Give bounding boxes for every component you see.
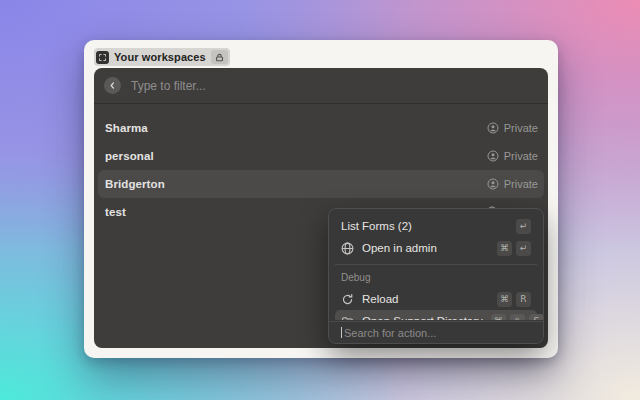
person-circle-icon (487, 150, 499, 162)
menu-item-label: List Forms (2) (341, 220, 412, 232)
workspace-badge[interactable]: Your workspaces (94, 48, 230, 66)
menu-item-label: Open in admin (362, 242, 437, 254)
person-circle-icon (487, 122, 499, 134)
menu-item-label: Open Support Directory (362, 315, 483, 320)
folder-icon (341, 315, 354, 321)
action-menu-rows: List Forms (2) ↵ Open in admin ⌘ ↵ Debug (329, 209, 543, 320)
lock-icon (211, 50, 228, 64)
key-r: R (516, 292, 531, 307)
key-s: S (529, 314, 543, 321)
workspaces-window: Your workspaces Sharma Private personal (84, 40, 558, 358)
person-circle-icon (487, 178, 499, 190)
action-search-field[interactable]: Search for action... (329, 321, 543, 343)
key-return: ↵ (516, 241, 531, 256)
menu-item-label: Reload (362, 293, 398, 305)
menu-item-reload[interactable]: Reload ⌘ R (335, 288, 537, 310)
visibility-label: Private (504, 178, 538, 190)
filter-input[interactable] (131, 79, 538, 93)
workspace-badge-label: Your workspaces (114, 51, 206, 63)
chevron-left-icon (108, 81, 117, 90)
menu-item-open-support-directory[interactable]: Open Support Directory ⌘ ⇧ S (335, 310, 537, 320)
filter-bar (94, 68, 548, 104)
workspace-row-sharma[interactable]: Sharma Private (94, 114, 548, 142)
menu-item-list-forms[interactable]: List Forms (2) ↵ (335, 215, 537, 237)
key-command: ⌘ (497, 241, 512, 256)
menu-section-debug: Debug (335, 269, 537, 288)
reload-icon (341, 293, 354, 306)
workspace-name: Sharma (105, 122, 148, 134)
text-caret (341, 327, 342, 338)
visibility-label: Private (504, 150, 538, 162)
action-search-placeholder: Search for action... (344, 327, 436, 339)
key-shift: ⇧ (510, 314, 525, 321)
workspace-name: personal (105, 150, 154, 162)
key-command: ⌘ (491, 314, 506, 321)
menu-item-open-in-admin[interactable]: Open in admin ⌘ ↵ (335, 237, 537, 259)
workspace-row-bridgerton[interactable]: Bridgerton Private (98, 170, 544, 198)
back-button[interactable] (104, 77, 121, 94)
workspace-square-icon (96, 51, 109, 64)
menu-divider (335, 264, 537, 265)
workspace-name: Bridgerton (105, 178, 165, 190)
workspace-row-personal[interactable]: personal Private (94, 142, 548, 170)
key-command: ⌘ (497, 292, 512, 307)
visibility-label: Private (504, 122, 538, 134)
globe-icon (341, 242, 354, 255)
key-return: ↵ (516, 219, 531, 234)
workspace-name: test (105, 206, 126, 218)
action-menu: List Forms (2) ↵ Open in admin ⌘ ↵ Debug (328, 208, 544, 344)
